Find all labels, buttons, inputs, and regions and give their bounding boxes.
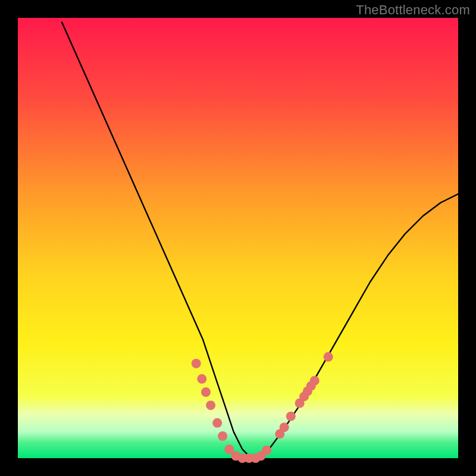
curve-marker bbox=[212, 418, 222, 428]
curve-marker bbox=[286, 412, 296, 421]
curve-marker bbox=[201, 387, 211, 397]
curve-marker bbox=[310, 376, 320, 386]
curve-marker bbox=[206, 400, 215, 410]
curve-marker bbox=[192, 359, 201, 368]
bottleneck-chart bbox=[0, 0, 476, 476]
curve-marker bbox=[280, 422, 289, 432]
curve-marker bbox=[218, 431, 227, 441]
curve-marker bbox=[197, 374, 206, 384]
plot-background bbox=[18, 18, 458, 458]
watermark-text: TheBottleneck.com bbox=[356, 2, 470, 18]
curve-marker bbox=[324, 352, 333, 362]
chart-stage: { "watermark": "TheBottleneck.com", "plo… bbox=[0, 0, 476, 476]
curve-marker bbox=[262, 446, 271, 455]
